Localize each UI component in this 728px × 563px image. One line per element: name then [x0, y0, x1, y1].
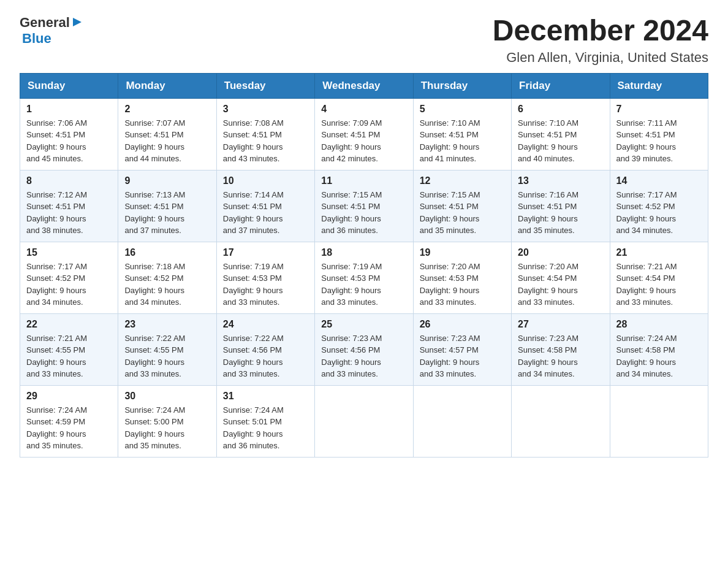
day-number: 4	[321, 104, 406, 115]
day-number: 27	[518, 319, 603, 330]
day-info: Sunrise: 7:19 AMSunset: 4:53 PMDaylight:…	[223, 262, 284, 307]
logo-triangle	[72, 17, 83, 30]
day-number: 13	[518, 175, 603, 186]
day-number: 26	[420, 319, 505, 330]
day-info: Sunrise: 7:22 AMSunset: 4:55 PMDaylight:…	[124, 334, 185, 379]
day-info: Sunrise: 7:24 AMSunset: 5:00 PMDaylight:…	[124, 405, 185, 451]
calendar-week-1: 1 Sunrise: 7:06 AMSunset: 4:51 PMDayligh…	[20, 98, 708, 170]
calendar-cell: 8 Sunrise: 7:12 AMSunset: 4:51 PMDayligh…	[20, 170, 118, 242]
day-number: 17	[223, 247, 308, 258]
day-info: Sunrise: 7:23 AMSunset: 4:58 PMDaylight:…	[518, 334, 578, 379]
calendar-cell	[610, 385, 708, 457]
calendar-cell: 13 Sunrise: 7:16 AMSunset: 4:51 PMDaylig…	[512, 170, 610, 242]
calendar-cell: 4 Sunrise: 7:09 AMSunset: 4:51 PMDayligh…	[315, 98, 413, 170]
day-info: Sunrise: 7:24 AMSunset: 5:01 PMDaylight:…	[223, 405, 284, 451]
calendar-cell: 19 Sunrise: 7:20 AMSunset: 4:53 PMDaylig…	[413, 242, 511, 313]
calendar-table: Sunday Monday Tuesday Wednesday Thursday…	[20, 73, 708, 458]
calendar-subtitle: Glen Allen, Virginia, United States	[493, 50, 708, 66]
calendar-cell: 11 Sunrise: 7:15 AMSunset: 4:51 PMDaylig…	[315, 170, 413, 242]
day-number: 2	[124, 104, 210, 115]
calendar-cell: 15 Sunrise: 7:17 AMSunset: 4:52 PMDaylig…	[20, 242, 118, 313]
day-info: Sunrise: 7:17 AMSunset: 4:52 PMDaylight:…	[26, 262, 87, 307]
day-number: 11	[321, 175, 406, 186]
day-info: Sunrise: 7:21 AMSunset: 4:55 PMDaylight:…	[26, 334, 87, 379]
col-thursday: Thursday	[413, 73, 511, 98]
day-info: Sunrise: 7:21 AMSunset: 4:54 PMDaylight:…	[616, 262, 677, 307]
col-monday: Monday	[118, 73, 216, 98]
calendar-cell: 1 Sunrise: 7:06 AMSunset: 4:51 PMDayligh…	[20, 98, 118, 170]
calendar-week-2: 8 Sunrise: 7:12 AMSunset: 4:51 PMDayligh…	[20, 170, 708, 242]
logo: General Blue	[20, 15, 83, 47]
calendar-cell: 10 Sunrise: 7:14 AMSunset: 4:51 PMDaylig…	[216, 170, 314, 242]
day-info: Sunrise: 7:16 AMSunset: 4:51 PMDaylight:…	[518, 190, 578, 236]
day-info: Sunrise: 7:11 AMSunset: 4:51 PMDaylight:…	[616, 118, 677, 164]
day-number: 30	[124, 391, 210, 402]
day-number: 5	[420, 104, 505, 115]
day-info: Sunrise: 7:20 AMSunset: 4:53 PMDaylight:…	[420, 262, 480, 307]
day-info: Sunrise: 7:10 AMSunset: 4:51 PMDaylight:…	[420, 118, 480, 164]
calendar-cell: 31 Sunrise: 7:24 AMSunset: 5:01 PMDaylig…	[216, 385, 314, 457]
calendar-title: December 2024	[493, 15, 708, 47]
calendar-cell: 17 Sunrise: 7:19 AMSunset: 4:53 PMDaylig…	[216, 242, 314, 313]
day-number: 21	[616, 247, 702, 258]
day-number: 22	[26, 319, 112, 330]
day-info: Sunrise: 7:18 AMSunset: 4:52 PMDaylight:…	[124, 262, 185, 307]
day-info: Sunrise: 7:20 AMSunset: 4:54 PMDaylight:…	[518, 262, 578, 307]
day-info: Sunrise: 7:09 AMSunset: 4:51 PMDaylight:…	[321, 118, 382, 164]
day-info: Sunrise: 7:17 AMSunset: 4:52 PMDaylight:…	[616, 190, 677, 236]
day-number: 7	[616, 104, 702, 115]
calendar-cell: 2 Sunrise: 7:07 AMSunset: 4:51 PMDayligh…	[118, 98, 216, 170]
day-info: Sunrise: 7:14 AMSunset: 4:51 PMDaylight:…	[223, 190, 284, 236]
calendar-cell: 5 Sunrise: 7:10 AMSunset: 4:51 PMDayligh…	[413, 98, 511, 170]
day-number: 24	[223, 319, 308, 330]
calendar-week-5: 29 Sunrise: 7:24 AMSunset: 4:59 PMDaylig…	[20, 385, 708, 457]
day-info: Sunrise: 7:06 AMSunset: 4:51 PMDaylight:…	[26, 118, 87, 164]
calendar-cell: 18 Sunrise: 7:19 AMSunset: 4:53 PMDaylig…	[315, 242, 413, 313]
calendar-cell: 29 Sunrise: 7:24 AMSunset: 4:59 PMDaylig…	[20, 385, 118, 457]
col-friday: Friday	[512, 73, 610, 98]
day-info: Sunrise: 7:19 AMSunset: 4:53 PMDaylight:…	[321, 262, 382, 307]
calendar-cell: 23 Sunrise: 7:22 AMSunset: 4:55 PMDaylig…	[118, 313, 216, 385]
calendar-cell	[413, 385, 511, 457]
day-info: Sunrise: 7:24 AMSunset: 4:59 PMDaylight:…	[26, 405, 87, 451]
day-number: 1	[26, 104, 112, 115]
day-number: 23	[124, 319, 210, 330]
col-sunday: Sunday	[20, 73, 118, 98]
calendar-cell: 26 Sunrise: 7:23 AMSunset: 4:57 PMDaylig…	[413, 313, 511, 385]
day-number: 28	[616, 319, 702, 330]
day-info: Sunrise: 7:15 AMSunset: 4:51 PMDaylight:…	[321, 190, 382, 236]
calendar-cell: 6 Sunrise: 7:10 AMSunset: 4:51 PMDayligh…	[512, 98, 610, 170]
calendar-cell: 28 Sunrise: 7:24 AMSunset: 4:58 PMDaylig…	[610, 313, 708, 385]
day-number: 10	[223, 175, 308, 186]
calendar-cell: 24 Sunrise: 7:22 AMSunset: 4:56 PMDaylig…	[216, 313, 314, 385]
calendar-week-4: 22 Sunrise: 7:21 AMSunset: 4:55 PMDaylig…	[20, 313, 708, 385]
header-row: Sunday Monday Tuesday Wednesday Thursday…	[20, 73, 708, 98]
day-info: Sunrise: 7:23 AMSunset: 4:56 PMDaylight:…	[321, 334, 382, 379]
calendar-cell: 14 Sunrise: 7:17 AMSunset: 4:52 PMDaylig…	[610, 170, 708, 242]
day-info: Sunrise: 7:08 AMSunset: 4:51 PMDaylight:…	[223, 118, 284, 164]
calendar-cell: 7 Sunrise: 7:11 AMSunset: 4:51 PMDayligh…	[610, 98, 708, 170]
calendar-cell: 27 Sunrise: 7:23 AMSunset: 4:58 PMDaylig…	[512, 313, 610, 385]
calendar-cell: 25 Sunrise: 7:23 AMSunset: 4:56 PMDaylig…	[315, 313, 413, 385]
col-wednesday: Wednesday	[315, 73, 413, 98]
svg-marker-0	[73, 18, 82, 26]
day-number: 6	[518, 104, 603, 115]
day-info: Sunrise: 7:12 AMSunset: 4:51 PMDaylight:…	[26, 190, 87, 236]
calendar-cell: 30 Sunrise: 7:24 AMSunset: 5:00 PMDaylig…	[118, 385, 216, 457]
day-number: 16	[124, 247, 210, 258]
calendar-cell: 16 Sunrise: 7:18 AMSunset: 4:52 PMDaylig…	[118, 242, 216, 313]
day-info: Sunrise: 7:13 AMSunset: 4:51 PMDaylight:…	[124, 190, 185, 236]
day-number: 18	[321, 247, 406, 258]
day-number: 15	[26, 247, 112, 258]
calendar-cell: 9 Sunrise: 7:13 AMSunset: 4:51 PMDayligh…	[118, 170, 216, 242]
calendar-cell	[512, 385, 610, 457]
day-number: 8	[26, 175, 112, 186]
calendar-week-3: 15 Sunrise: 7:17 AMSunset: 4:52 PMDaylig…	[20, 242, 708, 313]
calendar-cell: 22 Sunrise: 7:21 AMSunset: 4:55 PMDaylig…	[20, 313, 118, 385]
day-number: 25	[321, 319, 406, 330]
day-number: 31	[223, 391, 308, 402]
day-number: 12	[420, 175, 505, 186]
logo-general-text: General	[20, 15, 70, 31]
calendar-cell: 12 Sunrise: 7:15 AMSunset: 4:51 PMDaylig…	[413, 170, 511, 242]
calendar-cell: 21 Sunrise: 7:21 AMSunset: 4:54 PMDaylig…	[610, 242, 708, 313]
